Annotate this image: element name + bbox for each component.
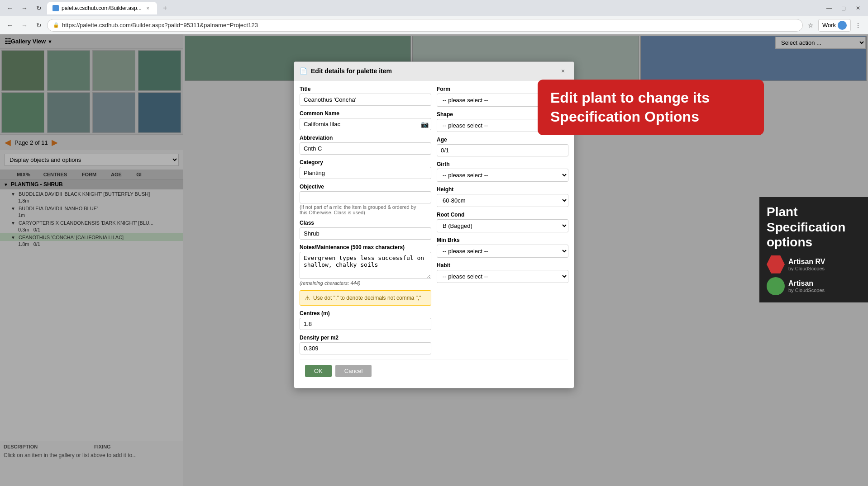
age-group: Age [437,137,568,156]
girth-select[interactable]: -- please select -- [437,169,568,182]
restore-button[interactable]: ◻ [837,2,850,14]
star-button[interactable]: ☆ [805,19,817,32]
title-input[interactable] [300,94,431,106]
height-label: Height [437,186,568,193]
class-label: Class [300,220,431,226]
abbreviation-group: Abbreviation [300,135,431,155]
common-name-input-wrap: 📷 [300,118,431,130]
common-name-label: Common Name [300,110,431,117]
cancel-button[interactable]: Cancel [335,365,372,377]
secondary-panel-text: Plant Specification options [767,204,861,250]
common-name-group: Common Name 📷 [300,110,431,130]
category-input[interactable] [300,167,431,179]
density-group: Density per m2 [300,335,431,354]
active-tab[interactable]: palette.csdhub.com/Builder.asp... × [47,2,157,14]
common-name-input[interactable] [300,118,431,130]
title-group: Title [300,86,431,106]
abbreviation-label: Abbreviation [300,135,431,141]
artisan-rv-by: by CloudScopes [788,266,825,271]
girth-group: Girth -- please select -- [437,161,568,182]
address-bar[interactable]: 🔒 https://palette.csdhub.com/Builder.asp… [47,19,803,32]
work-avatar [838,21,847,30]
notes-remaining: (remaining characters: 444) [300,280,431,286]
centres-input[interactable] [300,318,431,330]
min-brks-label: Min Brks [437,237,568,243]
secondary-panel: Plant Specification options Artisan RV b… [759,197,868,302]
artisan-rv-label: Artisan RV [788,258,825,266]
root-cond-select[interactable]: B (Bagged) [437,219,568,232]
objective-input[interactable] [300,191,431,203]
density-input[interactable] [300,342,431,354]
artisan-icon [767,277,785,295]
toolbar-refresh[interactable]: ↻ [33,19,45,32]
modal-left-col: Title Common Name 📷 [300,86,431,359]
toolbar-forward[interactable]: → [18,19,31,32]
window-controls: — ◻ ✕ [823,2,864,14]
notes-textarea[interactable]: Evergreen types less successful on shall… [300,252,431,279]
extensions-button[interactable]: ⋮ [852,19,864,32]
modal-body: Title Common Name 📷 [294,80,574,388]
warning-text: Use dot "." to denote decimals not comma… [313,295,421,301]
notes-group: Notes/Maintenance (500 max characters) E… [300,244,431,286]
url-text: https://palette.csdhub.com/Builder.aspx?… [62,22,258,28]
work-label: Work [822,22,836,28]
work-button[interactable]: Work [818,19,851,32]
root-cond-group: Root Cond B (Bagged) [437,212,568,232]
warning-box: ⚠ Use dot "." to denote decimals not com… [300,290,431,306]
artisan-rv-row: Artisan RV by CloudScopes [767,255,861,274]
centres-label: Centres (m) [300,310,431,316]
notes-label: Notes/Maintenance (500 max characters) [300,244,431,250]
back-button[interactable]: ← [4,2,16,14]
ok-button[interactable]: OK [305,365,332,377]
warning-icon: ⚠ [305,294,310,302]
density-label: Density per m2 [300,335,431,341]
age-label: Age [437,137,568,143]
modal-header: 📄 Edit details for palette item × [294,62,574,80]
habit-group: Habit -- please select -- [437,262,568,283]
artisan-label: Artisan [788,279,825,288]
girth-label: Girth [437,161,568,167]
category-label: Category [300,159,431,165]
objective-label: Objective [300,184,431,190]
tab-title: palette.csdhub.com/Builder.asp... [62,5,142,11]
browser-titlebar: ← → ↻ palette.csdhub.com/Builder.asp... … [0,0,868,16]
tab-close-button[interactable]: × [144,5,152,12]
lock-icon: 🔒 [53,22,59,28]
modal-title: Edit details for palette item [311,67,554,75]
height-select[interactable]: 60-80cm [437,194,568,207]
title-label: Title [300,86,431,92]
centres-group: Centres (m) [300,310,431,330]
refresh-button[interactable]: ↻ [33,2,45,14]
red-banner-line2: Specification Options [550,109,699,125]
toolbar-back[interactable]: ← [4,19,16,32]
modal-close-button[interactable]: × [558,66,568,76]
root-cond-label: Root Cond [437,212,568,218]
new-tab-button[interactable]: + [159,2,172,14]
modal-footer: OK Cancel [300,359,568,382]
main-content: ☷ Gallery View ▼ ◀ Page 2 of 11 ▶ Displa… [0,34,868,486]
common-name-icon[interactable]: 📷 [421,121,429,128]
forward-button[interactable]: → [18,2,31,14]
habit-select[interactable]: -- please select -- [437,270,568,283]
category-group: Category [300,159,431,179]
modal-icon: 📄 [300,67,307,75]
toolbar-actions: ☆ Work ⋮ [805,19,864,32]
edit-modal: 📄 Edit details for palette item × Title [294,61,574,388]
min-brks-group: Min Brks -- please select -- [437,237,568,258]
min-brks-select[interactable]: -- please select -- [437,245,568,258]
tab-favicon [52,5,59,11]
artisan-rv-icon [767,255,785,274]
class-input[interactable] [300,227,431,240]
artisan-by: by CloudScopes [788,288,825,293]
abbreviation-input[interactable] [300,142,431,155]
habit-label: Habit [437,262,568,269]
window-close-button[interactable]: ✕ [852,2,864,14]
red-banner-line1: Edit plant to change its [550,90,710,106]
objective-note: (If not part of a mix: the item is group… [300,204,431,215]
artisan-row: Artisan by CloudScopes [767,277,861,295]
height-group: Height 60-80cm [437,186,568,207]
objective-group: Objective (If not part of a mix: the ite… [300,184,431,215]
minimize-button[interactable]: — [823,2,835,14]
age-input[interactable] [437,144,568,156]
browser-chrome: ← → ↻ palette.csdhub.com/Builder.asp... … [0,0,868,34]
